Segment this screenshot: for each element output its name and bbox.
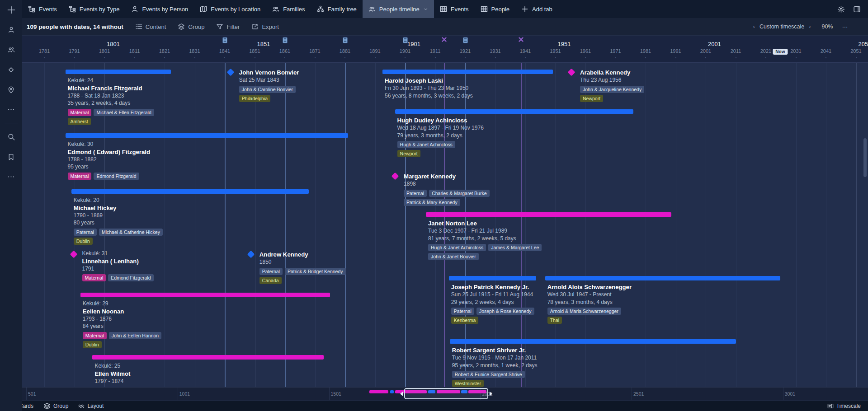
census-marker-icon[interactable]: [462, 37, 468, 44]
place-tag[interactable]: Westminster: [452, 380, 484, 387]
sidebar-item-diamond[interactable]: [0, 60, 22, 79]
event-diamond[interactable]: [392, 173, 399, 180]
bottom-toggle-group[interactable]: Group: [43, 402, 68, 410]
bottom-toggle-layout[interactable]: Layout: [78, 402, 104, 410]
family-tag[interactable]: Paternal: [451, 308, 474, 315]
place-tag[interactable]: Newport: [580, 95, 603, 102]
lifespan-bar[interactable]: [450, 339, 736, 344]
lifespan-bar[interactable]: [80, 293, 330, 297]
family-tag[interactable]: John & Eellen Hannon: [109, 332, 162, 339]
chevron-right-icon[interactable]: ›: [809, 23, 811, 30]
person-card[interactable]: Janet Norton LeeTue 3 Dec 1907 - Fri 21 …: [426, 212, 542, 260]
maternal-tag[interactable]: Maternal: [68, 109, 92, 116]
war-marker-icon[interactable]: [441, 37, 447, 42]
sidebar-item-more[interactable]: [0, 99, 22, 119]
tab-events-by-person[interactable]: Events by Person: [125, 0, 194, 18]
person-card[interactable]: Margaret Kennedy1898PaternalCharles & Ma…: [392, 173, 490, 206]
family-tag[interactable]: James & Margaret Lee: [488, 244, 542, 251]
family-tag[interactable]: Robert & Eunice Sargent Shrive: [452, 371, 525, 378]
lifespan-bar[interactable]: [449, 276, 536, 280]
lifespan-bar[interactable]: [71, 189, 309, 194]
place-tag[interactable]: Canada: [259, 277, 282, 284]
lifespan-bar[interactable]: [395, 109, 633, 114]
lifespan-bar[interactable]: [382, 70, 553, 74]
sidebar-item-bookmark[interactable]: [0, 147, 22, 167]
lifespan-bar[interactable]: [66, 133, 348, 138]
event-diamond[interactable]: [70, 251, 77, 258]
timeline-minimap[interactable]: 50110011501200125013001: [22, 387, 868, 401]
person-card[interactable]: Andrew Kennedy1850PaternalPatrick & Brid…: [248, 251, 346, 284]
lifespan-bar[interactable]: [545, 276, 780, 280]
toolbar-button-filter[interactable]: Filter: [216, 23, 240, 30]
place-tag[interactable]: Dublin: [83, 341, 102, 348]
person-card[interactable]: Kekulé: 29Eellen Noonan1793 - 187684 yea…: [80, 293, 161, 348]
tab-add-tab[interactable]: Add tab: [515, 0, 558, 18]
person-card[interactable]: John Vernon BonvierSat 25 Mar 1843John &…: [228, 69, 299, 102]
place-tag[interactable]: Dublin: [74, 238, 93, 245]
lifespan-bar[interactable]: [92, 355, 324, 360]
tab-family-tree[interactable]: Family tree: [311, 0, 363, 18]
family-tag[interactable]: Arnold & Maria Schwarzenegger: [547, 308, 621, 315]
family-tag[interactable]: John & Caroline Bonvier: [239, 86, 296, 93]
place-tag[interactable]: Philadelphia: [239, 95, 270, 102]
family-tag[interactable]: Hugh & Janet Achincloss: [428, 244, 486, 251]
place-tag[interactable]: Newport: [397, 150, 420, 157]
family-tag[interactable]: Patrick & Mary Kennedy: [404, 199, 460, 206]
family-tag[interactable]: Charles & Margaret Burke: [429, 190, 489, 197]
family-tag[interactable]: Hugh & Janet Achincloss: [397, 141, 455, 148]
event-diamond[interactable]: [247, 251, 255, 258]
person-card[interactable]: Kekulé: 20Michael Hickey1790 - 186980 ye…: [71, 189, 163, 245]
census-marker-icon[interactable]: [222, 37, 228, 44]
sidebar-item-place-pin[interactable]: [0, 79, 22, 99]
tab-families[interactable]: Families: [266, 0, 311, 18]
family-tag[interactable]: John & Jacqueline Kennedy: [580, 86, 644, 93]
place-tag[interactable]: Kenberma: [451, 317, 478, 324]
person-card[interactable]: Kekulé: 24Michael Francis Fitzgerald1788…: [66, 70, 154, 125]
tab-people[interactable]: People: [475, 0, 515, 18]
tab-events[interactable]: Events: [22, 0, 63, 18]
sidebar-item-more[interactable]: [0, 167, 22, 187]
sidebar-item-add[interactable]: [0, 0, 22, 20]
place-tag[interactable]: Thal: [547, 317, 562, 324]
maternal-tag[interactable]: Maternal: [83, 332, 107, 339]
census-marker-icon[interactable]: [342, 37, 348, 44]
lifespan-bar[interactable]: [66, 70, 171, 74]
family-tag[interactable]: Paternal: [74, 229, 97, 236]
family-tag[interactable]: Edmond Fitzgerald: [94, 173, 139, 180]
tab-events[interactable]: Events: [434, 0, 475, 18]
chevron-left-icon[interactable]: ‹: [753, 23, 755, 30]
sidebar-item-search[interactable]: [0, 127, 22, 147]
person-card[interactable]: Kekulé: 30Edmond ( Edward) Fitzgerald178…: [66, 133, 150, 180]
event-diamond[interactable]: [568, 69, 576, 76]
button-settings-gear[interactable]: [837, 5, 845, 13]
minimap-left-arrow-icon[interactable]: [400, 392, 403, 396]
event-diamond[interactable]: [226, 69, 234, 76]
place-tag[interactable]: Amherst: [68, 118, 91, 125]
minimap-right-arrow-icon[interactable]: [490, 392, 492, 396]
more-options-icon[interactable]: ⋯: [842, 23, 849, 30]
lifespan-bar[interactable]: [426, 212, 671, 217]
zoom-level[interactable]: 90%: [821, 23, 833, 30]
toolbar-button-content[interactable]: Content: [135, 23, 166, 30]
vertical-scrollbar[interactable]: [863, 138, 867, 177]
maternal-tag[interactable]: Maternal: [68, 173, 92, 180]
family-tag[interactable]: Paternal: [259, 268, 283, 275]
person-card[interactable]: Kekulé: 25Ellen Wilmot1797 - 1874: [92, 355, 130, 385]
sidebar-item-people[interactable]: [0, 40, 22, 60]
family-tag[interactable]: Patrick & Bridget Kennedy: [285, 268, 346, 275]
person-card[interactable]: Hugh Dudley AchinclossWed 18 Aug 1897 - …: [395, 109, 484, 157]
family-tag[interactable]: Edmond Fitzgerald: [108, 274, 153, 281]
tab-events-by-type[interactable]: Events by Type: [63, 0, 126, 18]
toolbar-button-export[interactable]: Export: [251, 23, 279, 30]
person-card[interactable]: Arabella KennedyThu 23 Aug 1956John & Ja…: [569, 69, 644, 102]
family-tag[interactable]: Joseph & Rose Kennedy: [476, 308, 534, 315]
tab-events-by-location[interactable]: Events by Location: [194, 0, 266, 18]
family-tag[interactable]: Paternal: [404, 190, 427, 197]
person-card[interactable]: Kekulé: 31Linnehan ( Lenihan)1791Materna…: [71, 250, 154, 281]
sidebar-item-person[interactable]: [0, 20, 22, 40]
timescale-toggle[interactable]: Timescale: [827, 403, 868, 409]
census-marker-icon[interactable]: [402, 37, 408, 44]
person-card[interactable]: Joseph Patrick Kennedy Jr.Sun 25 Jul 191…: [449, 276, 534, 324]
person-card[interactable]: Arnold Alois SchwarzeneggerWed 30 Jul 19…: [545, 276, 632, 324]
maternal-tag[interactable]: Maternal: [82, 274, 106, 281]
